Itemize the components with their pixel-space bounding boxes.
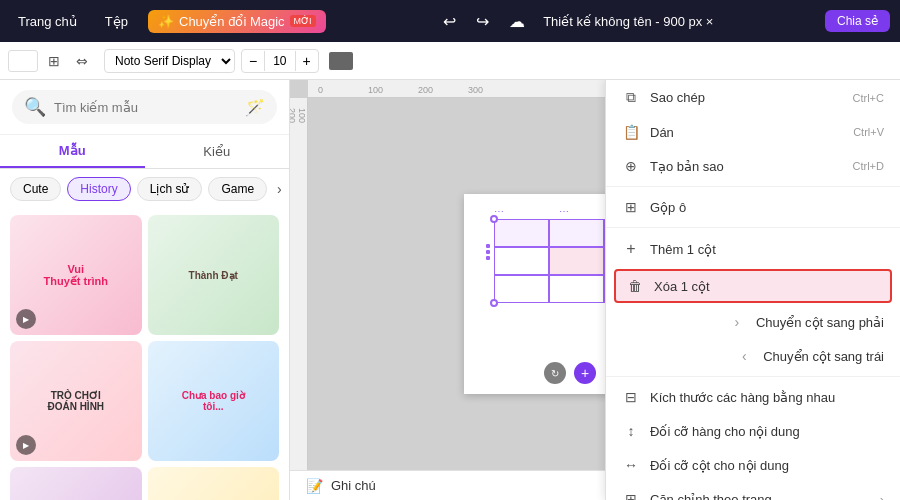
menu-fit-rows[interactable]: ↕ Đối cỡ hàng cho nội dung [606,414,900,448]
handle-bl[interactable] [490,299,498,307]
note-label[interactable]: Ghi chú [331,478,376,493]
add-button[interactable]: + [574,362,596,384]
paste-shortcut: Ctrl+V [853,126,884,138]
group-icon: ⊞ [622,199,640,215]
menu-divider-2 [606,227,900,228]
undo-button[interactable]: ↩ [437,10,462,33]
template-card[interactable]: Chưa bao giờtôi... [148,341,280,461]
redo-button[interactable]: ↪ [470,10,495,33]
col-icon-1[interactable]: ⋯ [494,206,504,217]
play-button[interactable] [16,309,36,329]
topbar: Trang chủ Tệp ✨ Chuyển đổi Magic MỚI ↩ ↪… [0,0,900,42]
card-text: TRÒ CHƠIĐOÁN HÌNH [47,390,104,412]
font-selector[interactable]: Noto Serif Display [104,49,235,73]
copy-shortcut: Ctrl+C [853,92,884,104]
file-button[interactable]: Tệp [97,10,136,33]
align-icon: ⊞ [622,491,640,500]
equal-rows-label: Kích thước các hàng bằng nhau [650,390,835,405]
menu-move-left[interactable]: ‹ Chuyển cột sang trái [606,339,900,373]
search-input[interactable] [54,100,237,115]
fit-rows-label: Đối cỡ hàng cho nội dung [650,424,800,439]
menu-group[interactable]: ⊞ Gộp ô [606,190,900,224]
ruler-vertical: 100 200 300 [290,98,308,470]
duplicate-label: Tạo bản sao [650,159,724,174]
increase-size-button[interactable]: + [296,50,318,72]
resize-dot [486,250,490,254]
new-badge: MỚI [290,15,316,27]
chip-lichsu[interactable]: Lịch sử [137,177,203,201]
cloud-button[interactable]: ☁ [503,10,531,33]
left-sidebar: 🔍 🪄 Mẫu Kiểu Cute History Lịch sử Game ›… [0,80,290,500]
search-input-wrap[interactable]: 🔍 🪄 [12,90,277,124]
magic-button[interactable]: ✨ Chuyển đổi Magic MỚI [148,10,326,33]
main-area: 🔍 🪄 Mẫu Kiểu Cute History Lịch sử Game ›… [0,80,900,500]
topbar-center: ↩ ↪ ☁ Thiết kế không tên - 900 px × [338,10,813,33]
template-card[interactable]: Thành Đạt [148,215,280,335]
fit-rows-icon: ↕ [622,423,640,439]
table-cell[interactable] [549,219,604,247]
canvas-thumb [8,50,38,72]
move-left-icon: ‹ [735,348,753,364]
expand-button[interactable]: ⇔ [70,51,94,71]
context-menu: ⧉ Sao chép Ctrl+C 📋 Dán Ctrl+V ⊕ Tạo bản… [605,80,900,500]
resize-handle-left[interactable] [486,244,490,260]
menu-align[interactable]: ⊞ Căn chỉnh theo trang › [606,482,900,500]
col-icon-2[interactable]: ⋯ [559,206,569,217]
font-toolbar: ⊞ ⇔ Noto Serif Display − 10 + [0,42,900,80]
menu-duplicate[interactable]: ⊕ Tạo bản sao Ctrl+D [606,149,900,183]
filter-chips: Cute History Lịch sử Game › [0,169,289,209]
paste-icon: 📋 [622,124,640,140]
magic-icon: ✨ [158,14,174,29]
color-swatch[interactable] [329,52,353,70]
search-bar: 🔍 🪄 [0,80,289,135]
menu-add-col[interactable]: + Thêm 1 cột [606,231,900,267]
template-card[interactable]: LÔ TÔ [10,467,142,500]
chip-game[interactable]: Game [208,177,267,201]
tab-style[interactable]: Kiểu [145,135,290,168]
table-cell[interactable] [494,247,549,275]
play-button[interactable] [16,435,36,455]
canvas-nav: ⊞ ⇔ [8,50,94,72]
tab-template[interactable]: Mẫu [0,135,145,168]
ruler-100: 100 [368,85,418,95]
chips-more-button[interactable]: › [273,179,286,199]
templates-grid: VuiThuyết trình Thành Đạt TRÒ CHƠIĐOÁN H… [0,209,289,500]
menu-paste[interactable]: 📋 Dán Ctrl+V [606,115,900,149]
note-icon: 📝 [306,478,323,494]
canvas-action-btns: ↻ + [544,362,596,384]
chip-history[interactable]: History [67,177,130,201]
add-col-icon: + [622,240,640,258]
table-cell[interactable] [494,219,549,247]
menu-copy[interactable]: ⧉ Sao chép Ctrl+C [606,80,900,115]
share-button[interactable]: Chia sẻ [825,10,890,32]
menu-equal-rows[interactable]: ⊟ Kích thước các hàng bằng nhau [606,380,900,414]
move-left-label: Chuyển cột sang trái [763,349,884,364]
add-col-label: Thêm 1 cột [650,242,716,257]
menu-fit-cols[interactable]: ↔ Đối cỡ cột cho nội dung [606,448,900,482]
fit-cols-icon: ↔ [622,457,640,473]
home-button[interactable]: Trang chủ [10,10,85,33]
ruler-0: 0 [318,85,368,95]
table-cell[interactable] [549,275,604,303]
grid-view-button[interactable]: ⊞ [42,51,66,71]
menu-delete-col[interactable]: 🗑 Xóa 1 cột [614,269,892,303]
equal-rows-icon: ⊟ [622,389,640,405]
menu-move-right[interactable]: › Chuyển cột sang phải [606,305,900,339]
duplicate-icon: ⊕ [622,158,640,174]
rotate-button[interactable]: ↻ [544,362,566,384]
decrease-size-button[interactable]: − [242,50,264,72]
duplicate-shortcut: Ctrl+D [853,160,884,172]
sidebar-tabs: Mẫu Kiểu [0,135,289,169]
font-size-value[interactable]: 10 [264,51,295,71]
chip-cute[interactable]: Cute [10,177,61,201]
search-icon: 🔍 [24,96,46,118]
fit-cols-label: Đối cỡ cột cho nội dung [650,458,789,473]
delete-col-icon: 🗑 [626,278,644,294]
template-card[interactable]: VuiThuyết trình [10,215,142,335]
template-card[interactable]: TRUYỀN THỐNG [148,467,280,500]
template-card[interactable]: TRÒ CHƠIĐOÁN HÌNH [10,341,142,461]
magic-label: Chuyển đổi Magic [179,14,285,29]
table-cell-pink[interactable] [549,247,604,275]
magic-search-icon: 🪄 [245,98,265,117]
table-cell[interactable] [494,275,549,303]
